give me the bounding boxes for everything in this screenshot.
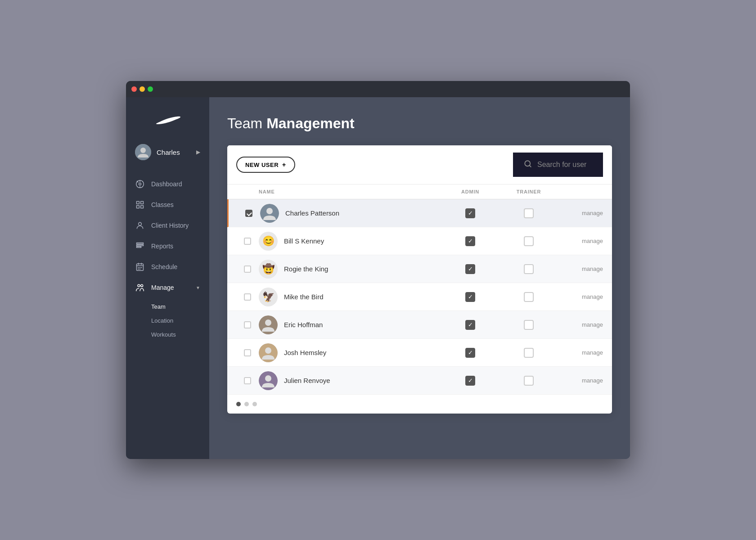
svg-rect-13 xyxy=(137,245,144,246)
avatar xyxy=(259,343,278,362)
user-name: Eric Hoffman xyxy=(284,321,323,328)
user-name: Charles Patterson xyxy=(285,209,339,217)
admin-check-cell xyxy=(441,264,500,274)
svg-rect-15 xyxy=(137,264,144,270)
svg-rect-14 xyxy=(137,247,141,248)
admin-checked-icon xyxy=(465,208,475,218)
manage-link[interactable]: manage xyxy=(558,210,603,216)
row-checkbox[interactable] xyxy=(236,377,259,384)
manage-link[interactable]: manage xyxy=(558,238,603,244)
row-checkbox[interactable] xyxy=(236,321,259,328)
table-row[interactable]: Eric Hoffman manage xyxy=(227,311,612,339)
manage-link[interactable]: manage xyxy=(558,293,603,300)
search-icon xyxy=(524,160,532,170)
sidebar-user[interactable]: Charles ▶ xyxy=(126,140,209,165)
table-row[interactable]: 🤠 Rogie the King manage xyxy=(227,255,612,283)
client-history-icon xyxy=(135,220,145,230)
manage-link[interactable]: manage xyxy=(558,377,603,384)
admin-check-cell xyxy=(441,292,500,302)
sidebar-username: Charles xyxy=(157,148,196,156)
svg-rect-9 xyxy=(137,206,140,208)
trainer-unchecked-icon xyxy=(524,208,534,218)
checkbox-input[interactable] xyxy=(245,210,252,217)
sidebar-item-dashboard[interactable]: Dashboard xyxy=(126,174,209,194)
page-dot-2[interactable] xyxy=(244,402,249,406)
manage-link[interactable]: manage xyxy=(558,349,603,356)
checkbox-input[interactable] xyxy=(244,293,251,301)
page-title-light: Team xyxy=(227,115,266,131)
row-checkbox[interactable] xyxy=(238,210,260,217)
page-dot-1[interactable] xyxy=(236,402,241,406)
user-name: Mike the Bird xyxy=(284,293,324,301)
trainer-check-cell xyxy=(500,320,558,330)
table-card: NEW USER + Search for user xyxy=(227,145,612,414)
svg-point-35 xyxy=(265,375,271,382)
schedule-icon xyxy=(135,262,145,272)
sub-nav-location[interactable]: Location xyxy=(126,314,209,328)
svg-rect-12 xyxy=(137,243,144,244)
admin-check-cell xyxy=(441,348,500,358)
user-avatar-icon xyxy=(135,144,151,160)
search-input[interactable]: Search for user xyxy=(537,161,586,169)
svg-point-31 xyxy=(265,320,271,326)
row-checkbox[interactable] xyxy=(236,266,259,273)
checkbox-input[interactable] xyxy=(244,238,251,245)
page-dot-3[interactable] xyxy=(252,402,257,406)
avatar xyxy=(135,144,151,160)
trainer-check-cell xyxy=(500,348,558,358)
new-user-button[interactable]: NEW USER + xyxy=(236,157,295,173)
manage-link[interactable]: manage xyxy=(558,266,603,272)
plus-icon: + xyxy=(282,161,286,168)
svg-point-33 xyxy=(265,347,271,354)
traffic-lights xyxy=(131,86,153,92)
svg-point-3 xyxy=(139,183,141,185)
svg-rect-10 xyxy=(141,206,144,208)
reports-label: Reports xyxy=(151,243,173,250)
table-row[interactable]: Charles Patterson manage xyxy=(227,199,612,227)
manage-sub-nav: Team Location Workouts xyxy=(126,300,209,342)
page-title: Team Management xyxy=(227,115,612,132)
checkbox-input[interactable] xyxy=(244,349,251,356)
user-cell: Josh Hemsley xyxy=(259,343,441,362)
user-cell: 😊 Bill S Kenney xyxy=(259,232,441,251)
close-button[interactable] xyxy=(131,86,137,92)
table-row[interactable]: Julien Renvoye manage xyxy=(227,367,612,395)
row-checkbox[interactable] xyxy=(236,293,259,301)
svg-point-11 xyxy=(139,222,142,225)
sidebar-item-reports[interactable]: Reports xyxy=(126,236,209,256)
table-row[interactable]: 🦅 Mike the Bird manage xyxy=(227,283,612,311)
maximize-button[interactable] xyxy=(148,86,153,92)
user-name: Rogie the King xyxy=(284,265,328,273)
row-checkbox[interactable] xyxy=(236,349,259,356)
table-row[interactable]: 😊 Bill S Kenney manage xyxy=(227,227,612,255)
pagination xyxy=(227,395,612,414)
svg-point-1 xyxy=(140,148,146,153)
avatar xyxy=(259,371,278,390)
sidebar-item-client-history[interactable]: Client History xyxy=(126,215,209,236)
svg-point-24 xyxy=(138,284,140,287)
sidebar-item-classes[interactable]: Classes xyxy=(126,194,209,215)
minimize-button[interactable] xyxy=(140,86,145,92)
checkbox-input[interactable] xyxy=(244,321,251,328)
search-area: Search for user xyxy=(513,153,603,177)
admin-check-cell xyxy=(441,208,500,218)
chevron-right-icon: ▶ xyxy=(196,149,200,155)
sub-nav-workouts[interactable]: Workouts xyxy=(126,328,209,342)
avatar: 🤠 xyxy=(259,260,278,279)
trainer-unchecked-icon xyxy=(524,264,534,274)
col-header-name: NAME xyxy=(259,189,441,194)
checkbox-input[interactable] xyxy=(244,266,251,273)
row-checkbox[interactable] xyxy=(236,238,259,245)
sidebar-item-manage[interactable]: Manage ▼ xyxy=(126,277,209,298)
manage-link[interactable]: manage xyxy=(558,321,603,328)
user-cell: 🤠 Rogie the King xyxy=(259,260,441,279)
checkbox-input[interactable] xyxy=(244,377,251,384)
title-bar xyxy=(126,81,630,97)
app-body: Charles ▶ Dashboard Classes xyxy=(126,97,630,459)
sidebar-item-schedule[interactable]: Schedule xyxy=(126,256,209,277)
dashboard-label: Dashboard xyxy=(151,180,182,188)
table-row[interactable]: Josh Hemsley manage xyxy=(227,339,612,367)
sub-nav-team[interactable]: Team xyxy=(126,300,209,314)
sidebar-navigation: Dashboard Classes Client History xyxy=(126,174,209,342)
admin-checked-icon xyxy=(465,264,475,274)
